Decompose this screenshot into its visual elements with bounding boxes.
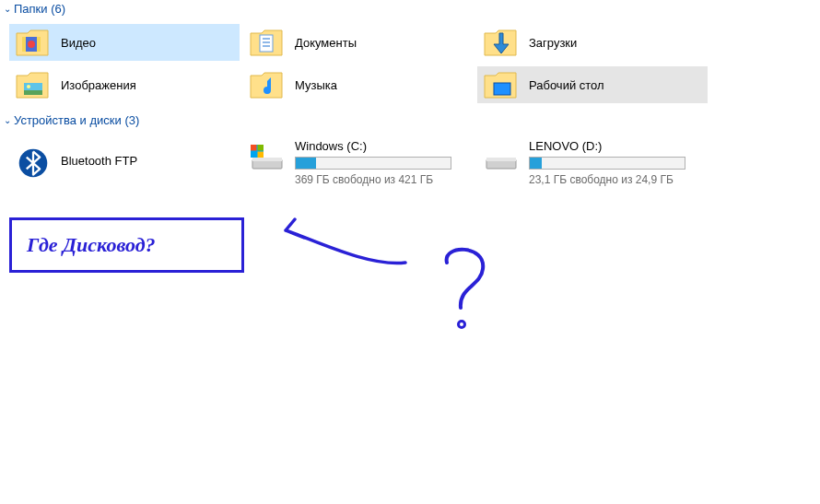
svg-rect-11 [494,83,510,95]
chevron-down-icon: ⌄ [4,115,11,125]
chevron-down-icon: ⌄ [4,4,11,14]
drive-item-windows-c[interactable]: Windows (C:) 369 ГБ свободно из 421 ГБ [243,135,474,190]
svg-rect-18 [251,152,257,158]
drive-usage-bar [529,157,685,170]
folder-item-downloads[interactable]: Загрузки [477,24,708,61]
drive-usage-bar [295,157,451,170]
folder-icon [249,70,286,100]
disk-icon [249,139,286,176]
folder-item-music[interactable]: Музыка [243,66,474,103]
folder-label: Изображения [61,78,136,92]
svg-rect-21 [486,158,516,161]
folder-icon [249,28,286,57]
folder-label: Рабочий стол [529,78,604,92]
section-header-drives[interactable]: ⌄ Устройства и диски (3) [0,111,820,129]
bluetooth-icon [15,145,52,182]
drive-item-bluetooth[interactable]: Bluetooth FTP [9,135,240,190]
folder-label: Видео [61,36,96,50]
folder-item-desktop[interactable]: Рабочий стол [477,66,708,103]
folder-icon [15,70,52,100]
section-title-folders: Папки (6) [14,2,65,16]
folder-icon [15,28,52,57]
drive-usage-fill [530,158,542,169]
svg-rect-16 [251,145,257,151]
drive-free-text: 23,1 ГБ свободно из 24,9 ГБ [529,173,702,186]
folder-label: Документы [295,36,357,50]
annotation-text: Где Дисковод? [27,233,156,257]
svg-rect-1 [22,37,26,52]
drive-usage-fill [296,158,316,169]
folder-item-pictures[interactable]: Изображения [9,66,240,103]
svg-rect-19 [258,152,264,158]
section-header-folders[interactable]: ⌄ Папки (6) [0,0,820,18]
folder-icon [483,70,520,100]
svg-point-3 [28,41,35,48]
svg-point-10 [27,85,30,88]
svg-rect-14 [252,158,282,161]
drive-item-lenovo-d[interactable]: LENOVO (D:) 23,1 ГБ свободно из 24,9 ГБ [477,135,708,190]
drive-name: Bluetooth FTP [61,154,234,168]
section-title-drives: Устройства и диски (3) [14,113,139,127]
disk-icon [483,139,520,176]
annotation-box: Где Дисковод? [9,217,244,273]
drive-free-text: 369 ГБ свободно из 421 ГБ [295,173,468,186]
svg-rect-2 [37,37,41,52]
folder-item-video[interactable]: Видео [9,24,240,61]
folders-grid: Видео Документы Загрузки [0,18,820,111]
svg-rect-17 [258,145,264,151]
drive-name: Windows (C:) [295,139,468,153]
folder-icon [483,28,520,57]
folder-item-documents[interactable]: Документы [243,24,474,61]
folder-label: Музыка [295,78,337,92]
folder-label: Загрузки [529,36,577,50]
drive-name: LENOVO (D:) [529,139,702,153]
svg-point-22 [459,322,465,328]
svg-rect-9 [24,90,42,95]
drives-grid: Bluetooth FTP Windows (C:) 369 ГБ свобод… [0,129,820,198]
annotation-scribble [258,212,534,359]
svg-rect-4 [260,35,273,52]
